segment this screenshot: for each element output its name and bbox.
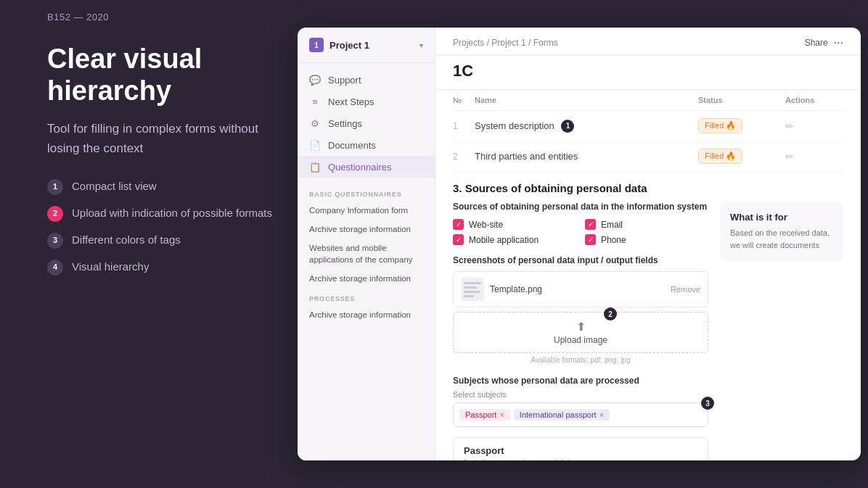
feature-text-3: Different colors of tags bbox=[72, 232, 181, 247]
sidebar-sub-item[interactable]: Company Information form bbox=[298, 201, 435, 220]
edit-icon[interactable]: ✏ bbox=[785, 120, 843, 132]
section-title: 3. Sources of obtaining personal data bbox=[453, 182, 843, 194]
content-header: Projects / Project 1 / Forms Share ··· bbox=[435, 28, 861, 56]
row-number: 2 bbox=[453, 152, 475, 162]
sidebar-sub-item[interactable]: Websites and mobile applications of the … bbox=[298, 239, 435, 269]
preview-line bbox=[464, 291, 480, 293]
upload-text: Upload image bbox=[554, 335, 607, 345]
settings-icon: ⚙ bbox=[309, 117, 321, 129]
checkbox-label: Email bbox=[601, 220, 623, 230]
sidebar-item-settings[interactable]: ⚙ Settings bbox=[298, 112, 435, 134]
tag-passport[interactable]: Passport × bbox=[459, 409, 510, 421]
feature-badge-2: 2 bbox=[47, 206, 63, 222]
table-row: 1 System description 1 Filled 🔥 ✏ bbox=[453, 111, 843, 141]
documents-icon: 📄 bbox=[309, 139, 321, 151]
next-steps-icon: ≡ bbox=[309, 96, 321, 107]
checkbox-checked-icon: ✓ bbox=[453, 234, 464, 245]
content-area: Projects / Project 1 / Forms Share ··· 1… bbox=[435, 28, 861, 460]
filled-badge: Filled 🔥 bbox=[698, 149, 742, 164]
checkbox-item-phone[interactable]: ✓ Phone bbox=[585, 234, 708, 245]
sidebar-nav: 💬 Support ≡ Next Steps ⚙ Settings 📄 Docu… bbox=[298, 63, 435, 183]
checkbox-item-website[interactable]: ✓ Web-site bbox=[453, 219, 576, 230]
sidebar: 1 Project 1 ▾ 💬 Support ≡ Next Steps ⚙ S… bbox=[298, 28, 435, 460]
table-row: 2 Third parties and entities Filled 🔥 ✏ bbox=[453, 141, 843, 172]
feature-badge-4: 4 bbox=[47, 260, 63, 276]
feature-list: 1 Compact list view 2 Upload with indica… bbox=[47, 178, 279, 276]
file-item-left: Template.png bbox=[461, 278, 542, 301]
table-header: № Name Status Actions bbox=[453, 90, 843, 111]
sidebar-item-support[interactable]: 💬 Support bbox=[298, 69, 435, 91]
version-label: B152 — 2020 bbox=[47, 12, 109, 22]
sidebar-sub-item[interactable]: Archive storage information bbox=[298, 220, 435, 239]
checkbox-checked-icon: ✓ bbox=[453, 219, 464, 230]
list-item: 1 Compact list view bbox=[47, 178, 279, 195]
file-preview bbox=[461, 278, 484, 301]
upload-icon: ⬆ bbox=[576, 320, 586, 334]
chevron-down-icon: ▾ bbox=[419, 41, 423, 49]
list-item: 2 Upload with indication of possible for… bbox=[47, 205, 279, 222]
screenshots-title: Screenshots of personal data input / out… bbox=[453, 255, 708, 265]
row-number: 1 bbox=[453, 121, 475, 131]
sidebar-item-questionnaires[interactable]: 📋 Questionnaires bbox=[298, 156, 435, 178]
sidebar-item-label: Settings bbox=[328, 118, 362, 129]
tags-input[interactable]: Passport × International passport × bbox=[453, 402, 708, 427]
passport-title: Passport bbox=[464, 445, 697, 456]
form-right: What is it for Based on the received dat… bbox=[720, 202, 843, 460]
feature-badge-3: 3 bbox=[47, 233, 63, 249]
feature-text-1: Compact list view bbox=[72, 178, 157, 194]
what-is-it-desc: Based on the received data, we will crea… bbox=[730, 227, 833, 251]
project-header[interactable]: 1 Project 1 ▾ bbox=[298, 28, 435, 63]
passport-section: Passport List of processed personal data… bbox=[453, 437, 708, 460]
checkbox-checked-icon: ✓ bbox=[585, 219, 596, 230]
support-icon: 💬 bbox=[309, 74, 321, 86]
form-section: 3. Sources of obtaining personal data So… bbox=[435, 172, 861, 460]
row-name: System description 1 bbox=[475, 120, 698, 133]
sidebar-sub-item[interactable]: Archive storage information bbox=[298, 269, 435, 288]
preview-lines bbox=[464, 282, 481, 297]
screenshots-section: Screenshots of personal data input / out… bbox=[453, 255, 708, 365]
what-is-it-title: What is it for bbox=[730, 212, 833, 223]
sidebar-sub-item[interactable]: Archive storage information bbox=[298, 305, 435, 324]
col-num: № bbox=[453, 96, 475, 104]
main-card: 1 Project 1 ▾ 💬 Support ≡ Next Steps ⚙ S… bbox=[298, 28, 861, 460]
list-item: 4 Visual hierarchy bbox=[47, 259, 279, 276]
sidebar-item-label: Next Steps bbox=[328, 96, 374, 107]
checkbox-group: ✓ Web-site ✓ Email ✓ Mobile application bbox=[453, 219, 708, 245]
project-icon: 1 bbox=[309, 38, 324, 52]
checkbox-item-mobile[interactable]: ✓ Mobile application bbox=[453, 234, 576, 245]
checkbox-item-email[interactable]: ✓ Email bbox=[585, 219, 708, 230]
file-item: Template.png Remove bbox=[453, 271, 708, 307]
form-main: Sources of obtaining personal data in th… bbox=[453, 202, 843, 460]
tag-international-passport[interactable]: International passport × bbox=[514, 409, 610, 421]
col-name: Name bbox=[475, 96, 698, 104]
subjects-section: Subjects whose personal data are process… bbox=[453, 376, 708, 427]
tag-remove-icon[interactable]: × bbox=[599, 410, 604, 419]
subsection-title: Sources of obtaining personal data in th… bbox=[453, 202, 708, 212]
subjects-title: Subjects whose personal data are process… bbox=[453, 376, 708, 386]
col-actions: Actions bbox=[785, 96, 843, 104]
tag-remove-icon[interactable]: × bbox=[499, 410, 504, 419]
sidebar-item-documents[interactable]: 📄 Documents bbox=[298, 134, 435, 156]
checkbox-label: Web-site bbox=[469, 220, 503, 230]
more-button[interactable]: ··· bbox=[834, 36, 843, 49]
file-name: Template.png bbox=[490, 284, 542, 294]
filled-badge: Filled 🔥 bbox=[698, 118, 742, 133]
share-button[interactable]: Share bbox=[805, 38, 828, 48]
preview-line bbox=[464, 282, 481, 284]
tag-label: Passport bbox=[465, 410, 496, 419]
sidebar-section-basic: BASIC QUESTIONNAIRES bbox=[298, 183, 435, 201]
edit-icon[interactable]: ✏ bbox=[785, 151, 843, 162]
list-item: 3 Different colors of tags bbox=[47, 232, 279, 249]
sidebar-item-label: Documents bbox=[328, 140, 376, 151]
row-badge: 1 bbox=[561, 120, 574, 133]
main-subtitle: Tool for filling in complex forms withou… bbox=[47, 120, 279, 158]
breadcrumb: Projects / Project 1 / Forms bbox=[453, 38, 558, 48]
checkbox-checked-icon: ✓ bbox=[585, 234, 596, 245]
row-name: Third parties and entities bbox=[475, 151, 698, 162]
upload-area[interactable]: ⬆ Upload image bbox=[453, 312, 708, 353]
passport-wrapper: 4 Passport List of processed personal da… bbox=[453, 437, 708, 460]
sidebar-item-next-steps[interactable]: ≡ Next Steps bbox=[298, 91, 435, 112]
remove-file-button[interactable]: Remove bbox=[671, 285, 700, 294]
select-subjects-label: Select subjects bbox=[453, 390, 708, 399]
passport-subtitle: List of processed personal data bbox=[464, 458, 697, 460]
